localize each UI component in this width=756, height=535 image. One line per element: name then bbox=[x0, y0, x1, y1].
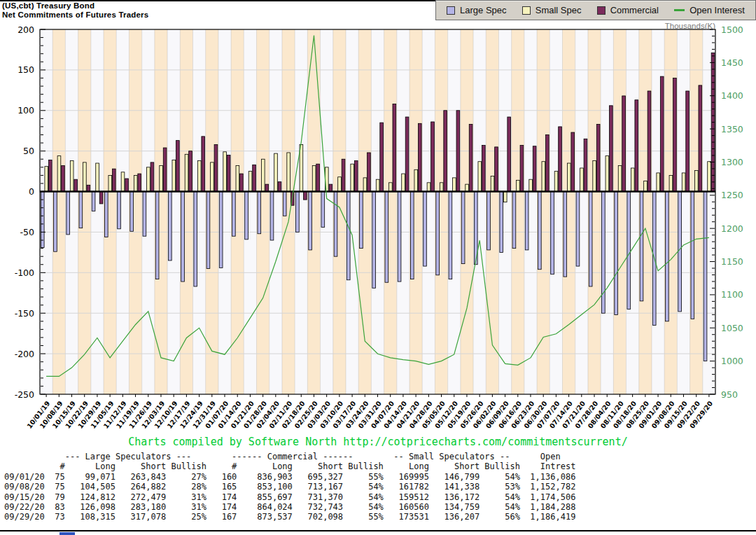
svg-text:1400: 1400 bbox=[721, 90, 743, 101]
svg-text:-50: -50 bbox=[20, 227, 34, 237]
legend: Large SpecSmall SpecCommercialOpen Inter… bbox=[435, 0, 756, 20]
svg-text:0: 0 bbox=[29, 186, 34, 197]
svg-text:950: 950 bbox=[721, 389, 738, 400]
week-stripes bbox=[40, 29, 715, 394]
svg-text:1050: 1050 bbox=[721, 323, 743, 333]
svg-text:-150: -150 bbox=[15, 308, 34, 319]
legend-item: Commercial bbox=[597, 5, 659, 15]
svg-text:-200: -200 bbox=[15, 349, 34, 359]
legend-label: Open Interest bbox=[690, 5, 745, 15]
legend-label: Small Spec bbox=[536, 5, 582, 15]
svg-text:200: 200 bbox=[18, 25, 34, 35]
horizontal-scrollbar-track[interactable] bbox=[0, 531, 756, 535]
legend-label: Commercial bbox=[610, 5, 659, 15]
chart-subtitle: Net Commitments of Futures Traders bbox=[2, 11, 148, 20]
legend-item: Small Spec bbox=[522, 5, 582, 15]
svg-text:150: 150 bbox=[18, 64, 34, 75]
line-marker-icon bbox=[674, 9, 685, 11]
horizontal-scrollbar-thumb[interactable] bbox=[59, 532, 75, 535]
chart-title: (US,cbt) Treasury Bond bbox=[2, 1, 148, 11]
cot-chart: -250-200-150-100-50050100150200950100010… bbox=[0, 0, 756, 436]
chart-title-block: (US,cbt) Treasury Bond Net Commitments o… bbox=[2, 1, 148, 20]
legend-label: Large Spec bbox=[460, 5, 507, 15]
right-axis-unit-label: Thousands(K) bbox=[651, 22, 715, 30]
square-marker-icon bbox=[447, 6, 455, 15]
svg-text:50: 50 bbox=[23, 146, 34, 156]
svg-text:100: 100 bbox=[18, 105, 34, 116]
svg-text:1200: 1200 bbox=[721, 223, 743, 234]
legend-item: Open Interest bbox=[674, 5, 745, 15]
cot-table: --- Large Speculators --- ------ Commerc… bbox=[4, 452, 575, 522]
square-marker-icon bbox=[522, 6, 531, 15]
x-axis-labels: 10/01/1910/08/1910/15/1910/22/1910/29/19… bbox=[25, 394, 714, 430]
svg-text:1250: 1250 bbox=[721, 190, 743, 200]
footer-credit: Charts compiled by Software North http:/… bbox=[0, 436, 756, 448]
svg-text:-250: -250 bbox=[15, 389, 34, 400]
svg-text:1450: 1450 bbox=[721, 57, 743, 68]
svg-text:1350: 1350 bbox=[721, 124, 743, 134]
square-marker-icon bbox=[597, 6, 606, 15]
svg-text:-100: -100 bbox=[15, 268, 34, 278]
svg-text:1100: 1100 bbox=[721, 289, 743, 300]
svg-text:1300: 1300 bbox=[721, 157, 743, 167]
legend-item: Large Spec bbox=[447, 5, 507, 15]
svg-text:1000: 1000 bbox=[721, 356, 743, 366]
svg-text:1150: 1150 bbox=[721, 256, 743, 267]
svg-text:1500: 1500 bbox=[721, 25, 743, 35]
cot-chart-page: (US,cbt) Treasury Bond Net Commitments o… bbox=[0, 0, 756, 535]
